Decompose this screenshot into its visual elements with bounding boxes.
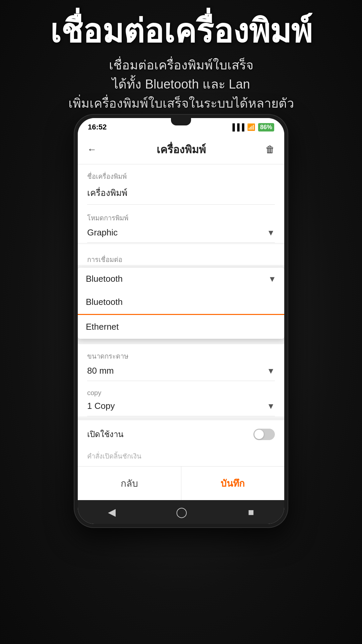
save-button[interactable]: บันทึก [181,467,285,500]
toggle-knob [254,430,264,439]
hero-subtitle: เชื่อมต่อเครื่องพิมพ์ใบเสร็จ ได้ทั้ง Blu… [13,56,349,113]
nav-back-icon[interactable]: ◀ [108,506,116,518]
copy-arrow[interactable]: ▼ [267,401,275,411]
print-mode-dropdown-row: Graphic ▼ [87,226,275,239]
enable-label: เปิดใช้งาน [87,428,123,441]
dropdown-option-ethernet[interactable]: Ethernet [78,315,284,339]
cash-drawer-section: คำสั่งเปิดลิ้นชักเงิน [78,448,284,466]
paper-size-dropdown-row: 80 mm ▼ [87,364,275,377]
signal-icon: ▐▐▐ [230,123,244,131]
wifi-icon: 📶 [247,123,255,131]
back-button-bottom[interactable]: กลับ [78,467,181,500]
dropdown-current-value: Bluetooth [86,274,123,284]
printer-name-field: ชื่อเครื่องพิมพ์ เครื่องพิมพ์ [87,164,275,205]
status-icons: ▐▐▐ 📶 86% [230,123,274,131]
enable-toggle-row: เปิดใช้งาน [78,418,284,448]
dropdown-header-row: Bluetooth ▼ [78,268,284,290]
paper-size-arrow[interactable]: ▼ [267,366,275,376]
nav-recent-icon[interactable]: ■ [248,506,254,518]
copy-dropdown-row: 1 Copy ▼ [87,399,275,413]
notch [171,118,191,125]
print-mode-label: โหมดการพิมพ์ [87,213,275,223]
paper-size-label: ขนาดกระดาษ [87,351,275,362]
printer-name-label: ชื่อเครื่องพิมพ์ [87,171,275,182]
status-time: 16:52 [88,123,107,131]
paper-size-field: ขนาดกระดาษ 80 mm ▼ [87,344,275,381]
enable-toggle-switch[interactable] [253,429,275,440]
nav-home-icon[interactable]: ◯ [176,506,187,518]
subtitle-line2: ได้ทั้ง Bluetooth และ Lan [112,77,250,91]
printer-name-value[interactable]: เครื่องพิมพ์ [87,184,275,201]
connection-dropdown-popup: Bluetooth ▼ Bluetooth Ethernet [78,268,284,339]
bottom-buttons: กลับ บันทึก [78,466,284,500]
paper-size-section: ขนาดกระดาษ 80 mm ▼ copy 1 Copy ▼ [78,341,284,416]
subtitle-line3: เพิ่มเครื่องพิมพ์ใบเสร็จในระบบได้หลายตัว [68,96,294,110]
copy-field: copy 1 Copy ▼ [87,382,275,416]
hero-title: เชื่อมต่อเครื่องพิมพ์ [13,13,349,49]
copy-value: 1 Copy [87,399,115,413]
print-mode-arrow[interactable]: ▼ [267,228,275,237]
app-header: ← เครื่องพิมพ์ 🗑 [78,135,284,164]
dropdown-option-bluetooth[interactable]: Bluetooth [78,290,284,315]
app-title: เครื่องพิมพ์ [157,141,206,158]
hero-section: เชื่อมต่อเครื่องพิมพ์ เชื่อมต่อเครื่องพิ… [0,13,362,113]
print-mode-field: โหมดการพิมพ์ Graphic ▼ [87,206,275,243]
phone-screen: 16:52 ▐▐▐ 📶 86% ← เครื่องพิมพ์ 🗑 ชื่อเคร… [78,118,284,524]
paper-size-value: 80 mm [87,364,114,377]
separator-1 [78,339,284,341]
back-button[interactable]: ← [87,144,97,155]
nav-bar: ◀ ◯ ■ [78,500,284,524]
print-mode-value: Graphic [87,226,118,239]
dropdown-toggle-arrow[interactable]: ▼ [268,274,276,284]
phone-container: 16:52 ▐▐▐ 📶 86% ← เครื่องพิมพ์ 🗑 ชื่อเคร… [64,114,298,528]
connection-label: การเชื่อมต่อ [87,251,275,265]
connection-section: การเชื่อมต่อ [78,244,284,265]
delete-button[interactable]: 🗑 [265,144,275,155]
cash-drawer-label: คำสั่งเปิดลิ้นชักเงิน [87,451,275,462]
copy-label: copy [87,389,275,397]
phone-frame: 16:52 ▐▐▐ 📶 86% ← เครื่องพิมพ์ 🗑 ชื่อเคร… [74,114,288,528]
subtitle-line1: เชื่อมต่อเครื่องพิมพ์ใบเสร็จ [109,58,253,72]
form-content: ชื่อเครื่องพิมพ์ เครื่องพิมพ์ โหมดการพิม… [78,164,284,243]
battery-indicator: 86% [258,123,274,131]
